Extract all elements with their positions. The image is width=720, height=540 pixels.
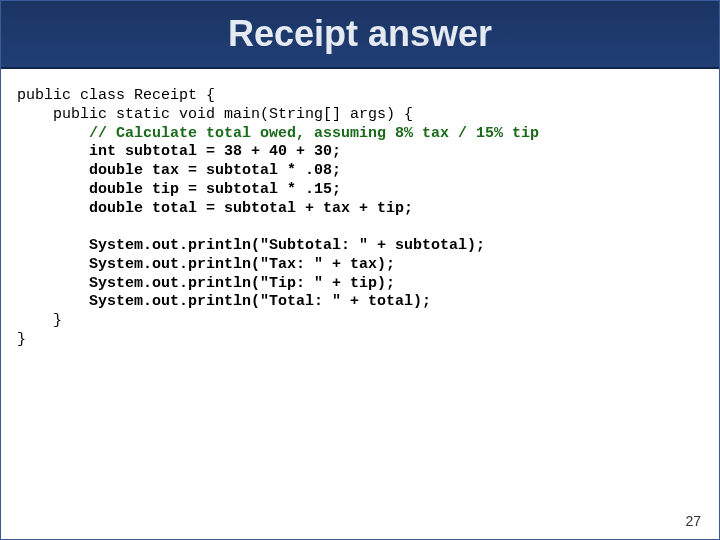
- code-line-indent: [17, 125, 89, 142]
- code-line: System.out.println("Total: " + total);: [17, 293, 431, 310]
- page-number: 27: [685, 513, 701, 529]
- code-comment: // Calculate total owed, assuming 8% tax…: [89, 125, 539, 142]
- code-line: }: [17, 312, 62, 329]
- code-line: System.out.println("Tax: " + tax);: [17, 256, 395, 273]
- slide: Receipt answer public class Receipt { pu…: [0, 0, 720, 540]
- code-block: public class Receipt { public static voi…: [1, 69, 719, 350]
- code-line: System.out.println("Tip: " + tip);: [17, 275, 395, 292]
- slide-title: Receipt answer: [228, 13, 492, 55]
- code-line: double tip = subtotal * .15;: [17, 181, 341, 198]
- code-line: double total = subtotal + tax + tip;: [17, 200, 413, 217]
- code-line: public static void main(String[] args) {: [17, 106, 413, 123]
- code-line: int subtotal = 38 + 40 + 30;: [17, 143, 341, 160]
- code-line: }: [17, 331, 26, 348]
- code-line: public class Receipt {: [17, 87, 215, 104]
- code-line: double tax = subtotal * .08;: [17, 162, 341, 179]
- title-bar: Receipt answer: [1, 1, 719, 69]
- code-line: System.out.println("Subtotal: " + subtot…: [17, 237, 485, 254]
